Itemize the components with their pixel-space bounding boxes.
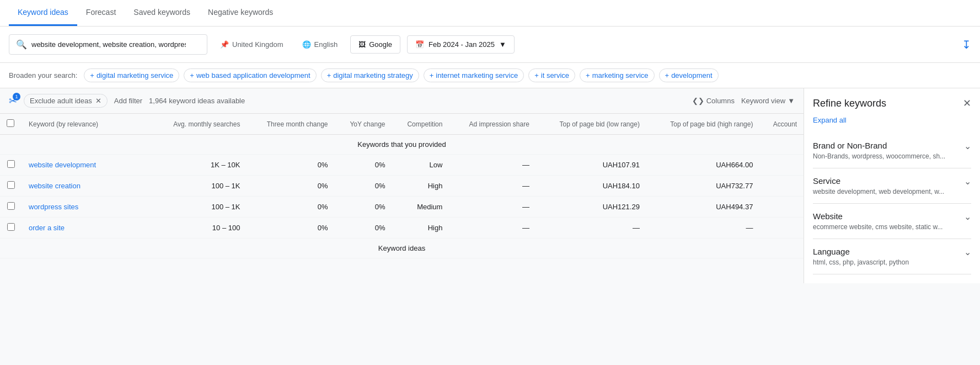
broaden-chip-label-3: internet marketing service <box>436 71 518 80</box>
language-button[interactable]: 🌐 English <box>296 35 344 54</box>
row-0-competition: Low <box>392 155 449 176</box>
refine-section-sub-3: html, css, php, javascript, python <box>813 258 909 266</box>
date-range-label: Feb 2024 - Jan 2025 <box>429 40 495 49</box>
row-0-keyword[interactable]: website development <box>22 155 152 176</box>
refine-section-2[interactable]: Website ecommerce website, cms website, … <box>813 204 971 239</box>
add-filter-button[interactable]: Add filter <box>114 97 142 105</box>
tab-negative-keywords[interactable]: Negative keywords <box>199 0 282 26</box>
refine-section-0[interactable]: Brand or Non-Brand Non-Brands, wordpress… <box>813 133 971 168</box>
col-competition: Competition <box>392 114 449 135</box>
broaden-chip-3[interactable]: + internet marketing service <box>424 68 524 82</box>
select-all-checkbox[interactable] <box>7 119 14 127</box>
row-1-top-low: UAH184.10 <box>536 176 646 197</box>
filter-badge: 1 <box>13 93 20 100</box>
download-button[interactable]: ↧ <box>962 38 971 51</box>
columns-label: Columns <box>706 97 735 105</box>
col-avg-monthly: Avg. monthly searches <box>152 114 247 135</box>
plus-icon-5: + <box>586 71 590 80</box>
platform-button[interactable]: 🖼 Google <box>350 35 400 54</box>
col-account: Account <box>759 114 804 135</box>
row-1-competition: High <box>392 176 449 197</box>
monitor-icon: 🖼 <box>358 40 366 49</box>
row-0-account <box>759 155 804 176</box>
table-row: order a site 10 – 100 0% 0% High — — — <box>0 218 804 239</box>
broaden-chip-2[interactable]: + digital marketing strategy <box>321 68 419 82</box>
exclude-label: Exclude adult ideas <box>30 97 92 105</box>
location-icon: 📌 <box>220 40 229 49</box>
row-2-competition: Medium <box>392 197 449 218</box>
search-input-box[interactable]: 🔍 <box>9 34 207 55</box>
keyword-view-button[interactable]: Keyword view ▼ <box>741 97 795 105</box>
row-1-top-high: UAH732.77 <box>646 176 760 197</box>
row-2-top-low: UAH121.29 <box>536 197 646 218</box>
row-0-checkbox[interactable] <box>0 155 22 176</box>
refine-section-header-1: Service website development, web develop… <box>813 176 971 195</box>
broaden-chip-label-2: digital marketing strategy <box>333 71 413 80</box>
broaden-chip-1[interactable]: + web based application development <box>184 68 316 82</box>
tab-forecast[interactable]: Forecast <box>77 0 125 26</box>
search-bar-area: 🔍 📌 United Kingdom 🌐 English 🖼 Google 📅 … <box>0 27 980 63</box>
location-button[interactable]: 📌 United Kingdom <box>214 35 290 54</box>
section-header-provided: Keywords that you provided <box>0 135 804 155</box>
row-1-checkbox[interactable] <box>0 176 22 197</box>
broaden-chip-0[interactable]: + digital marketing service <box>84 68 179 82</box>
main-layout: ✂ 1 Exclude adult ideas ✕ Add filter 1,9… <box>0 88 980 283</box>
refine-section-3[interactable]: Language html, css, php, javascript, pyt… <box>813 239 971 274</box>
chevron-down-icon-3: ⌄ <box>964 247 971 257</box>
row-2-account <box>759 197 804 218</box>
exclude-chip[interactable]: Exclude adult ideas ✕ <box>24 94 108 108</box>
row-0-yoy: 0% <box>335 155 392 176</box>
language-label: English <box>314 40 338 49</box>
close-button[interactable]: ✕ <box>963 97 971 109</box>
broaden-bar: Broaden your search: + digital marketing… <box>0 63 980 88</box>
row-2-top-high: UAH494.37 <box>646 197 760 218</box>
refine-panel: Refine keywords ✕ Expand all Brand or No… <box>804 88 980 283</box>
location-label: United Kingdom <box>232 40 283 49</box>
search-icon: 🔍 <box>16 39 27 50</box>
table-container: ✂ 1 Exclude adult ideas ✕ Add filter 1,9… <box>0 88 804 283</box>
close-icon[interactable]: ✕ <box>95 97 101 105</box>
filter-bar: ✂ 1 Exclude adult ideas ✕ Add filter 1,9… <box>0 88 804 114</box>
col-ad-impression: Ad impression share <box>449 114 535 135</box>
tab-keyword-ideas[interactable]: Keyword ideas <box>9 0 77 26</box>
chevron-down-icon: ▼ <box>499 40 506 49</box>
refine-section-1[interactable]: Service website development, web develop… <box>813 168 971 204</box>
row-3-avg: 10 – 100 <box>152 218 247 239</box>
row-0-top-low: UAH107.91 <box>536 155 646 176</box>
row-1-yoy: 0% <box>335 176 392 197</box>
expand-all-button[interactable]: Expand all <box>813 116 971 124</box>
col-keyword: Keyword (by relevance) <box>22 114 152 135</box>
row-2-keyword[interactable]: wordpress sites <box>22 197 152 218</box>
broaden-chip-label-6: development <box>671 71 712 80</box>
col-top-high: Top of page bid (high range) <box>646 114 760 135</box>
row-3-keyword[interactable]: order a site <box>22 218 152 239</box>
broaden-chip-6[interactable]: + development <box>659 68 719 82</box>
table-row: wordpress sites 100 – 1K 0% 0% Medium — … <box>0 197 804 218</box>
translate-icon: 🌐 <box>302 40 311 49</box>
broaden-chip-5[interactable]: + marketing service <box>580 68 654 82</box>
columns-button[interactable]: ❮❯ Columns <box>692 97 735 105</box>
row-3-checkbox[interactable] <box>0 218 22 239</box>
filter-icon-wrapper[interactable]: ✂ 1 <box>9 95 17 107</box>
refine-header: Refine keywords ✕ <box>813 97 971 109</box>
row-1-avg: 100 – 1K <box>152 176 247 197</box>
row-2-yoy: 0% <box>335 197 392 218</box>
row-1-account <box>759 176 804 197</box>
col-top-low: Top of page bid (low range) <box>536 114 646 135</box>
tab-saved-keywords[interactable]: Saved keywords <box>125 0 199 26</box>
row-3-ad-impression: — <box>449 218 535 239</box>
row-0-three-month: 0% <box>247 155 334 176</box>
keyword-count: 1,964 keyword ideas available <box>149 97 245 105</box>
row-1-keyword[interactable]: website creation <box>22 176 152 197</box>
keyword-view-label: Keyword view <box>741 97 785 105</box>
search-input[interactable] <box>31 40 186 49</box>
broaden-chip-4[interactable]: + it service <box>528 68 575 82</box>
refine-title: Refine keywords <box>813 98 886 109</box>
row-2-checkbox[interactable] <box>0 197 22 218</box>
date-range-button[interactable]: 📅 Feb 2024 - Jan 2025 ▼ <box>407 35 515 54</box>
platform-label: Google <box>369 40 392 49</box>
col-three-month: Three month change <box>247 114 334 135</box>
section-ideas-label: Keyword ideas <box>378 244 425 252</box>
col-yoy: YoY change <box>335 114 392 135</box>
refine-section-title-3: Language <box>813 247 909 256</box>
